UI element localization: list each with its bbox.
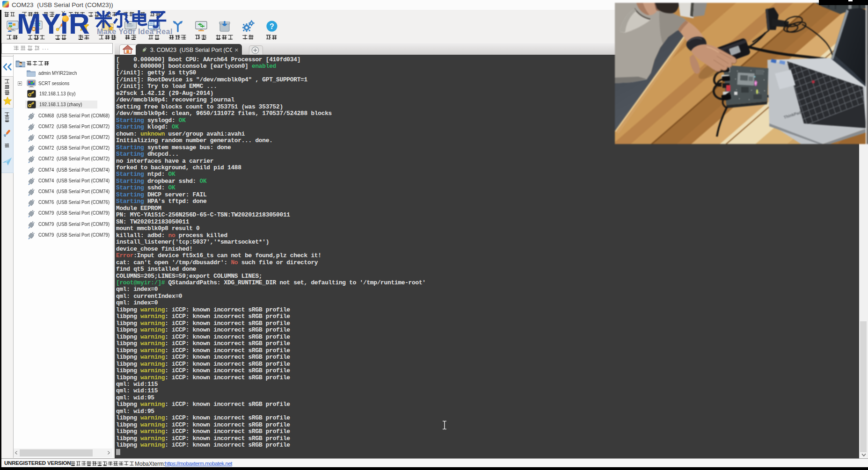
svg-text:?: ? <box>270 22 274 30</box>
